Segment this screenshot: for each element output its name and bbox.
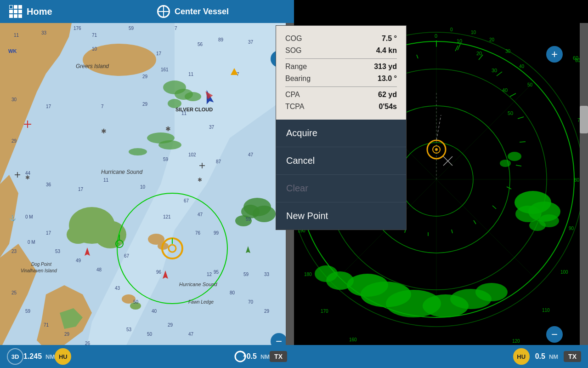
svg-text:29: 29 xyxy=(168,322,173,328)
svg-text:59: 59 xyxy=(246,217,251,222)
svg-marker-24 xyxy=(203,89,214,104)
svg-point-216 xyxy=(500,160,511,167)
svg-text:53: 53 xyxy=(55,249,61,254)
scrollbar-right[interactable] xyxy=(580,23,588,345)
svg-text:11: 11 xyxy=(188,72,194,77)
svg-text:5: 5 xyxy=(118,242,120,247)
svg-text:100: 100 xyxy=(560,270,568,275)
sog-label: SOG xyxy=(285,46,302,55)
svg-text:Fawn Ledge: Fawn Ledge xyxy=(188,299,214,305)
svg-point-20 xyxy=(117,193,227,304)
svg-text:59: 59 xyxy=(129,26,134,31)
bearing-label: Bearing xyxy=(285,75,311,83)
svg-text:71: 71 xyxy=(92,33,97,38)
cpa-value: 62 yd xyxy=(378,91,397,99)
svg-text:10: 10 xyxy=(92,46,97,52)
svg-text:40: 40 xyxy=(519,64,525,69)
svg-marker-28 xyxy=(246,246,250,253)
mode-hu-item-left: HU xyxy=(55,348,71,365)
svg-text:20: 20 xyxy=(476,51,482,56)
center-vessel-label: Center Vessel xyxy=(175,7,229,17)
svg-line-144 xyxy=(520,142,526,142)
svg-point-16 xyxy=(243,198,271,216)
bottom-bar-right: HU 0.5 NM TX xyxy=(294,345,588,368)
svg-point-5 xyxy=(148,234,164,245)
nm-label-right: NM xyxy=(549,353,558,360)
svg-text:0 M: 0 M xyxy=(25,214,33,219)
center-vessel-button[interactable]: Center Vessel xyxy=(92,0,294,23)
tcpa-row: TCPA 0'54s xyxy=(285,101,397,113)
cog-row: COG 7.5 ° xyxy=(285,33,397,45)
svg-text:102: 102 xyxy=(188,152,196,157)
scale-item-2-left: 0.5 NM xyxy=(247,352,270,361)
svg-text:95: 95 xyxy=(214,270,219,275)
tcpa-label: TCPA xyxy=(285,103,304,111)
tx-badge-right: TX xyxy=(564,351,581,362)
svg-text:0: 0 xyxy=(435,33,437,39)
scale-value-right: 0.5 xyxy=(535,352,545,361)
svg-point-114 xyxy=(116,240,123,247)
svg-marker-26 xyxy=(85,247,90,256)
svg-text:25: 25 xyxy=(11,290,17,295)
svg-text:17: 17 xyxy=(46,230,51,236)
svg-point-10 xyxy=(175,89,193,100)
svg-point-8 xyxy=(130,302,141,310)
cancel-button[interactable]: Cancel xyxy=(276,147,406,175)
svg-text:110: 110 xyxy=(542,308,550,313)
svg-text:96: 96 xyxy=(156,270,162,275)
mode-hu-item-right: HU xyxy=(513,348,530,365)
svg-text:11: 11 xyxy=(103,178,109,183)
svg-text:59: 59 xyxy=(243,272,249,277)
clear-button[interactable]: Clear xyxy=(276,175,406,202)
svg-text:80: 80 xyxy=(574,178,580,183)
svg-text:170: 170 xyxy=(321,309,328,314)
svg-text:53: 53 xyxy=(126,327,132,332)
svg-text:40: 40 xyxy=(502,87,508,93)
svg-text:29: 29 xyxy=(142,74,148,79)
svg-text:33: 33 xyxy=(264,272,270,277)
svg-text:50: 50 xyxy=(508,110,513,116)
zoom-out-button-right[interactable]: − xyxy=(546,326,563,343)
svg-point-17 xyxy=(253,206,276,222)
svg-text:121: 121 xyxy=(163,214,171,219)
svg-text:47: 47 xyxy=(248,152,254,157)
acquire-button[interactable]: Acquire xyxy=(276,120,406,147)
svg-text:33: 33 xyxy=(41,30,47,35)
popup-divider-2 xyxy=(285,86,397,87)
svg-text:67: 67 xyxy=(124,253,130,259)
svg-text:✱: ✱ xyxy=(101,127,107,135)
svg-point-13 xyxy=(147,132,175,144)
svg-text:120: 120 xyxy=(512,339,520,344)
svg-text:160: 160 xyxy=(349,337,357,342)
svg-text:✱: ✱ xyxy=(25,174,30,181)
svg-point-215 xyxy=(508,152,521,161)
home-button[interactable]: Home xyxy=(0,0,92,23)
svg-text:29: 29 xyxy=(11,138,17,144)
target-icon xyxy=(157,5,170,18)
popup-actions-panel: Acquire Cancel Clear New Point xyxy=(276,120,406,230)
tx-label-right: TX xyxy=(564,351,581,362)
svg-text:29: 29 xyxy=(142,102,148,107)
new-point-button[interactable]: New Point xyxy=(276,202,406,230)
popup-info-panel: COG 7.5 ° SOG 4.4 kn Range 313 yd Bearin… xyxy=(276,26,406,120)
scale-item-left: 1.245 NM xyxy=(23,352,55,361)
svg-point-14 xyxy=(158,140,181,150)
svg-point-18 xyxy=(241,205,260,218)
svg-text:44: 44 xyxy=(25,171,31,176)
svg-text:47: 47 xyxy=(198,212,203,217)
svg-text:87: 87 xyxy=(216,159,221,164)
range-row: Range 313 yd xyxy=(285,61,397,73)
svg-point-7 xyxy=(122,294,136,304)
svg-text:7: 7 xyxy=(175,26,177,31)
cpa-row: CPA 62 yd xyxy=(285,89,397,101)
svg-text:47: 47 xyxy=(188,332,194,337)
svg-point-1 xyxy=(83,44,156,76)
svg-text:10: 10 xyxy=(457,38,462,44)
svg-point-2 xyxy=(69,207,115,244)
zoom-in-button-right[interactable]: + xyxy=(546,46,563,63)
scrollbar-thumb-right[interactable] xyxy=(580,106,588,133)
svg-text:10: 10 xyxy=(471,30,476,35)
svg-text:176: 176 xyxy=(74,26,81,31)
svg-text:50: 50 xyxy=(147,332,153,337)
svg-text:180: 180 xyxy=(304,272,312,277)
